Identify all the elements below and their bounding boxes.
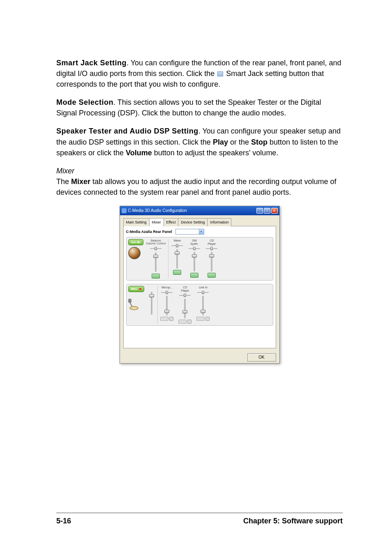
microphone-icon — [128, 296, 140, 310]
mode-selection-title: Mode Selection — [56, 98, 113, 106]
volume-control-label: Volume Control — [146, 242, 166, 245]
rec-pill-label: REC — [131, 287, 138, 292]
audio-config-dialog: C-Media 3D Audio Configuration _ □ × Mai… — [120, 206, 280, 364]
wave-balance-slider[interactable] — [171, 244, 183, 248]
channel-sublabel: Player — [208, 242, 216, 245]
channel-label: CD — [183, 286, 187, 289]
chevron-down-icon: ▾ — [199, 229, 204, 234]
maximize-button[interactable]: □ — [264, 208, 270, 214]
mixer-text-2: tab allows you to adjust the audio input… — [56, 177, 336, 196]
rec-pill[interactable]: REC — [128, 286, 145, 292]
panel-label: C-Media Azalia Rear Panel — [126, 229, 172, 235]
playback-channels: Wave SWSynth. CDPlayer — [171, 239, 218, 279]
volume-label: Volume — [126, 149, 152, 157]
close-button[interactable]: × — [271, 208, 278, 214]
tab-device-setting[interactable]: Device Setting — [178, 218, 208, 226]
channel-label: Wave — [173, 239, 181, 242]
rec-cd-volume-slider[interactable] — [182, 299, 188, 318]
mixer-paragraph: The Mixer tab allows you to adjust the a… — [56, 176, 343, 198]
dialog-app-icon — [122, 208, 127, 213]
channel-microphone: Microp... — [160, 286, 173, 321]
cd-volume-slider[interactable] — [208, 252, 215, 272]
channel-label: CD — [210, 239, 214, 242]
synth-volume-slider[interactable] — [191, 252, 198, 272]
recording-panel: REC — [126, 284, 273, 326]
synth-mute-button[interactable] — [190, 273, 198, 278]
channel-label: Microp... — [161, 286, 173, 289]
minimize-button[interactable]: _ — [256, 208, 263, 214]
linein-volume-slider[interactable] — [200, 296, 206, 315]
record-dot-icon — [139, 288, 141, 290]
balance-label: Balance — [151, 239, 161, 242]
cd-mute-button[interactable] — [208, 273, 216, 278]
dialog-tabs: Main Setting Mixer Effect Device Setting… — [123, 218, 276, 226]
vol-pill-label: Vol — [131, 240, 136, 245]
panel-dropdown[interactable]: ▾ — [175, 229, 204, 235]
linein-mute-button[interactable] — [196, 317, 205, 321]
tab-main-setting[interactable]: Main Setting — [123, 218, 150, 226]
cd-balance-slider[interactable] — [205, 246, 218, 251]
master-volume-slider[interactable] — [152, 252, 159, 272]
tab-information[interactable]: Information — [207, 218, 231, 226]
linein-select-button[interactable] — [205, 317, 210, 321]
mixer-bold: Mixer — [71, 177, 90, 186]
master-mute-button[interactable] — [152, 274, 160, 279]
smart-jack-inline-icon — [217, 71, 223, 76]
mode-selection-paragraph: Mode Selection. This section allows you … — [56, 97, 343, 118]
speaker-tester-paragraph: Speaker Tester and Audio DSP Setting. Yo… — [56, 126, 343, 158]
master-balance-slider[interactable] — [150, 246, 162, 251]
dialog-titlebar: C-Media 3D Audio Configuration _ □ × — [120, 206, 279, 215]
channel-line-in: Line In — [196, 286, 210, 321]
dialog-title: C-Media 3D Audio Configuration — [128, 208, 256, 214]
rec-master-volume-slider[interactable] — [148, 292, 155, 315]
mic-balance-slider[interactable] — [161, 290, 173, 295]
channel-cd-player: CDPlayer — [205, 239, 218, 278]
page-number: 5-16 — [56, 516, 71, 526]
wave-volume-slider[interactable] — [174, 249, 180, 269]
channel-rec-cd-player: CDPlayer — [178, 286, 191, 324]
mic-mute-button[interactable] — [160, 317, 168, 321]
master-volume-knob[interactable] — [128, 247, 141, 259]
tab-effect[interactable]: Effect — [164, 218, 179, 226]
chapter-title: Chapter 5: Software support — [243, 516, 343, 526]
mixer-heading: Mixer — [56, 166, 343, 176]
channel-sublabel: Synth. — [190, 242, 198, 245]
mic-volume-slider[interactable] — [164, 296, 170, 315]
wave-mute-button[interactable] — [173, 270, 181, 275]
channel-label: SW — [192, 239, 197, 242]
ok-button[interactable]: OK — [247, 353, 276, 362]
mixer-text-1: The — [56, 177, 71, 186]
play-label: Play — [213, 138, 228, 146]
rec-cd-select-button[interactable] — [187, 320, 191, 324]
speaker-tester-text-2: or the — [228, 138, 251, 146]
recording-channels: Microp... CDPlayer — [160, 286, 210, 324]
stop-label: Stop — [251, 138, 267, 146]
speaker-tester-title: Speaker Tester and Audio DSP Setting — [56, 127, 198, 135]
rec-cd-mute-button[interactable] — [178, 320, 187, 324]
playback-panel: Vol ▮▮▯ BalanceVolume Control — [126, 237, 273, 281]
speaker-tester-text-4: button to adjust the speakers' volume. — [152, 149, 279, 157]
mic-select-button[interactable] — [169, 317, 173, 321]
channel-sw-synth: SWSynth. — [188, 239, 201, 278]
channel-wave: Wave — [171, 239, 183, 275]
smart-jack-paragraph: Smart Jack Setting. You can configure th… — [56, 58, 343, 90]
channel-sublabel: Player — [181, 289, 189, 292]
page-footer: 5-16 Chapter 5: Software support — [56, 513, 343, 526]
rec-cd-balance-slider[interactable] — [179, 293, 191, 297]
synth-balance-slider[interactable] — [188, 246, 201, 251]
channel-label: Line In — [199, 286, 208, 289]
tab-mixer[interactable]: Mixer — [149, 218, 164, 226]
mixer-tab-content: C-Media Azalia Rear Panel ▾ Vol ▮▮▯ — [123, 226, 276, 348]
smart-jack-title: Smart Jack Setting — [56, 59, 127, 67]
vol-pill[interactable]: Vol ▮▮▯ — [128, 239, 144, 245]
linein-balance-slider[interactable] — [197, 290, 209, 295]
